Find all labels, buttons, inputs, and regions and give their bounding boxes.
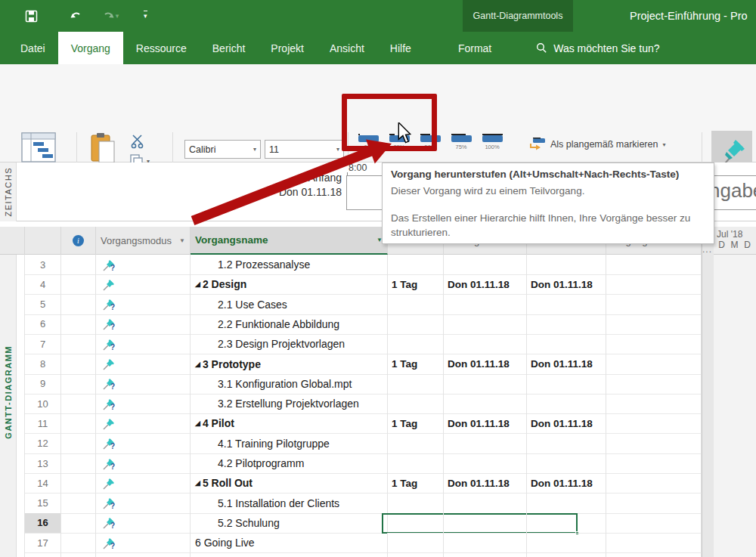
duration-cell[interactable] — [388, 453, 444, 474]
task-name-cell[interactable]: 4.1 Training Pilotgruppe — [191, 434, 388, 454]
task-mode-cell[interactable]: ? — [96, 533, 191, 553]
task-mode-cell[interactable] — [96, 553, 191, 557]
start-cell[interactable] — [444, 533, 527, 553]
predecessors-cell[interactable] — [606, 553, 702, 557]
start-cell[interactable]: Don 01.11.18 — [444, 473, 527, 494]
predecessors-cell[interactable] — [606, 394, 702, 414]
duration-cell[interactable] — [388, 553, 444, 557]
task-mode-cell[interactable] — [96, 354, 191, 375]
finish-cell[interactable] — [527, 494, 606, 514]
predecessors-cell[interactable] — [606, 274, 702, 295]
tab-format[interactable]: Format — [424, 32, 525, 64]
predecessors-cell[interactable] — [606, 255, 702, 275]
finish-cell[interactable] — [527, 533, 606, 553]
start-cell[interactable]: Don 01.11.18 — [444, 274, 527, 295]
task-name-cell[interactable]: 6 Going Live — [191, 533, 388, 553]
task-mode-cell[interactable]: ? — [96, 314, 191, 335]
duration-cell[interactable] — [388, 295, 444, 315]
timeline-pane-tab[interactable]: ZEITACHS — [0, 162, 17, 221]
start-cell[interactable] — [444, 334, 527, 354]
start-cell[interactable] — [444, 494, 527, 514]
task-name-cell[interactable]: ◢4 Pilot — [191, 413, 388, 434]
row-number[interactable]: 12 — [24, 434, 61, 454]
font-name-combobox[interactable]: Calibri ▾ — [184, 140, 261, 159]
info-cell[interactable] — [61, 295, 96, 315]
row-number[interactable]: 9 — [24, 374, 61, 395]
row-number[interactable]: 5 — [24, 295, 61, 315]
task-mode-cell[interactable]: ? — [96, 494, 191, 514]
info-cell[interactable] — [61, 334, 96, 354]
info-cell[interactable] — [61, 413, 96, 434]
task-name-cell[interactable]: 4.2 Pilotprogramm — [191, 453, 388, 474]
row-number[interactable] — [24, 553, 61, 557]
row-number[interactable]: 14 — [24, 473, 61, 494]
row-number[interactable]: 10 — [24, 394, 61, 414]
task-name-cell[interactable] — [191, 553, 388, 557]
task-name-cell[interactable]: 2.2 Funktionale Abbildung — [191, 314, 388, 335]
font-size-combobox[interactable]: 11 ▾ — [265, 140, 344, 159]
duration-cell[interactable] — [388, 314, 444, 335]
duration-cell[interactable]: 1 Tag — [388, 274, 444, 295]
predecessors-cell[interactable] — [606, 413, 702, 434]
task-name-cell[interactable]: 5.2 Schulung — [191, 513, 388, 534]
task-mode-cell[interactable]: ? — [96, 334, 191, 354]
collapse-triangle-icon[interactable]: ◢ — [195, 479, 200, 487]
predecessors-cell[interactable] — [606, 354, 702, 375]
duration-cell[interactable] — [388, 374, 444, 395]
start-cell[interactable] — [444, 394, 527, 414]
duration-cell[interactable]: 1 Tag — [388, 354, 444, 375]
row-number[interactable]: 16 — [24, 513, 61, 534]
tab-ressource[interactable]: Ressource — [123, 32, 200, 64]
info-cell[interactable] — [61, 354, 96, 375]
row-number[interactable]: 11 — [24, 413, 61, 434]
task-mode-cell[interactable]: ? — [96, 295, 191, 315]
info-cell[interactable] — [61, 494, 96, 514]
row-number-header[interactable] — [24, 227, 61, 255]
finish-cell[interactable] — [527, 374, 606, 395]
duration-cell[interactable] — [388, 533, 444, 553]
start-cell[interactable] — [444, 434, 527, 454]
finish-cell[interactable]: Don 01.11.18 — [527, 274, 606, 295]
task-mode-cell[interactable]: ? — [96, 513, 191, 534]
finish-cell[interactable] — [527, 553, 606, 557]
predecessors-cell[interactable] — [606, 295, 702, 315]
task-mode-cell[interactable]: ? — [96, 394, 191, 414]
tab-vorgang[interactable]: Vorgang — [58, 32, 123, 64]
info-cell[interactable] — [61, 513, 96, 534]
duration-cell[interactable] — [388, 334, 444, 354]
percent-complete-75%[interactable]: 75% — [447, 135, 476, 158]
tab-bericht[interactable]: Bericht — [200, 32, 259, 64]
start-cell[interactable]: Don 01.11.18 — [444, 354, 527, 375]
row-number[interactable]: 7 — [24, 334, 61, 354]
info-cell[interactable] — [61, 374, 96, 395]
predecessors-cell[interactable] — [606, 374, 702, 395]
finish-cell[interactable] — [527, 394, 606, 414]
start-cell[interactable] — [444, 295, 527, 315]
finish-cell[interactable] — [527, 434, 606, 454]
predecessors-cell[interactable] — [606, 473, 702, 494]
task-name-cell[interactable]: 3.2 Erstellung Projektvorlagen — [191, 394, 388, 414]
start-cell[interactable] — [444, 374, 527, 395]
filter-caret-icon[interactable]: ▼ — [179, 237, 185, 244]
task-name-cell[interactable]: 2.3 Design Projektvorlagen — [191, 334, 388, 354]
task-name-cell[interactable]: 2.1 Use Cases — [191, 295, 388, 315]
task-name-cell[interactable]: 5.1 Installation der Clients — [191, 494, 388, 514]
info-cell[interactable] — [61, 473, 96, 494]
mark-on-track-button[interactable]: Als plangemäß markieren ▾ — [529, 138, 665, 151]
collapse-triangle-icon[interactable]: ◢ — [195, 280, 200, 288]
collapse-triangle-icon[interactable]: ◢ — [195, 419, 200, 427]
predecessors-cell[interactable] — [606, 533, 702, 553]
predecessors-cell[interactable] — [606, 494, 702, 514]
start-cell[interactable] — [444, 255, 527, 275]
finish-cell[interactable] — [527, 295, 606, 315]
info-column-header[interactable]: i — [61, 227, 96, 255]
task-mode-cell[interactable] — [96, 274, 191, 295]
info-cell[interactable] — [61, 553, 96, 557]
finish-cell[interactable]: Don 01.11.18 — [527, 354, 606, 375]
row-number[interactable]: 8 — [24, 354, 61, 375]
predecessors-cell[interactable] — [606, 434, 702, 454]
row-number[interactable]: 4 — [24, 274, 61, 295]
percent-complete-100%[interactable]: 100% — [478, 135, 507, 158]
predecessors-cell[interactable] — [606, 453, 702, 474]
start-cell[interactable] — [444, 553, 527, 557]
